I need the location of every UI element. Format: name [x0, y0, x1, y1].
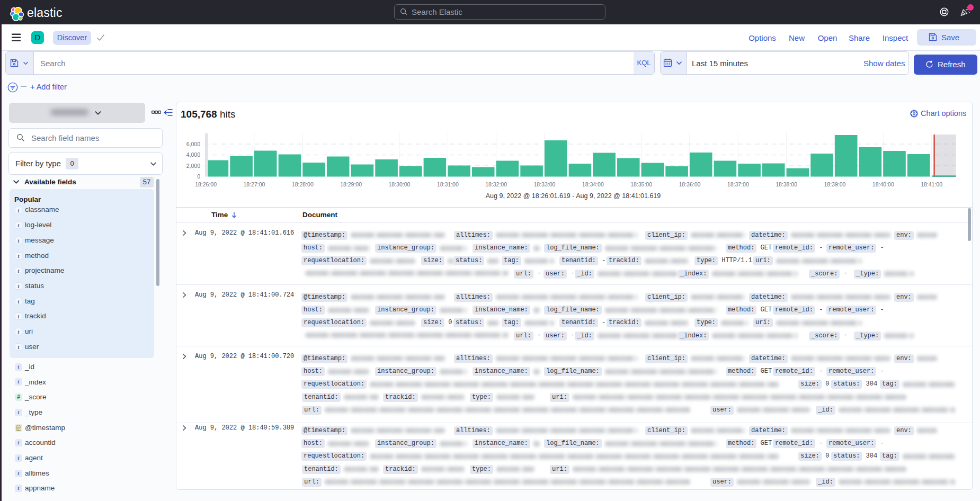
svg-text:18:33:00: 18:33:00 [533, 181, 555, 187]
svg-text:18:31:00: 18:31:00 [437, 181, 459, 187]
svg-text:18:37:00: 18:37:00 [727, 181, 749, 187]
svg-text:18:27:00: 18:27:00 [243, 181, 265, 187]
svg-text:18:41:00: 18:41:00 [921, 181, 942, 187]
svg-text:18:39:00: 18:39:00 [824, 181, 845, 187]
svg-text:4,000: 4,000 [186, 151, 200, 158]
svg-text:18:38:00: 18:38:00 [776, 181, 797, 187]
svg-text:18:26:00: 18:26:00 [195, 181, 217, 187]
svg-text:2,000: 2,000 [186, 163, 200, 169]
svg-text:18:40:00: 18:40:00 [872, 181, 894, 187]
svg-text:18:30:00: 18:30:00 [388, 181, 410, 187]
svg-text:18:36:00: 18:36:00 [679, 181, 700, 187]
svg-text:18:29:00: 18:29:00 [340, 181, 362, 187]
svg-text:18:34:00: 18:34:00 [582, 181, 604, 187]
svg-text:6,000: 6,000 [186, 141, 200, 147]
svg-text:0: 0 [197, 173, 200, 180]
svg-text:18:32:00: 18:32:00 [485, 181, 507, 187]
svg-text:18:28:00: 18:28:00 [292, 181, 314, 187]
svg-text:18:35:00: 18:35:00 [630, 181, 652, 187]
